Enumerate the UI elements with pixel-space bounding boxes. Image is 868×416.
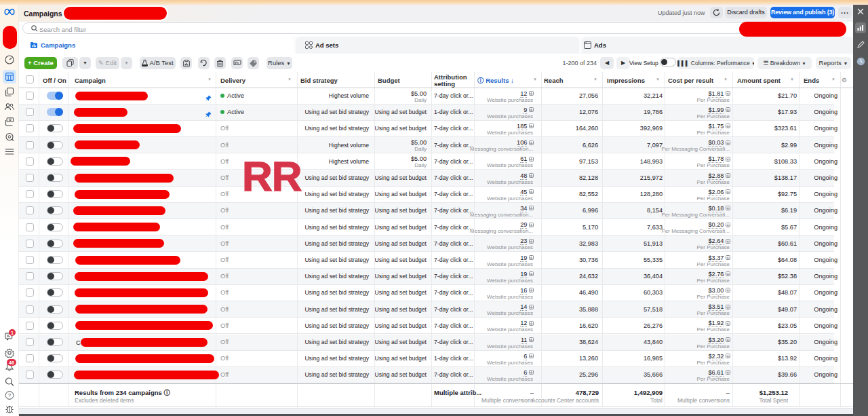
svg-text:?: ? (7, 392, 11, 398)
